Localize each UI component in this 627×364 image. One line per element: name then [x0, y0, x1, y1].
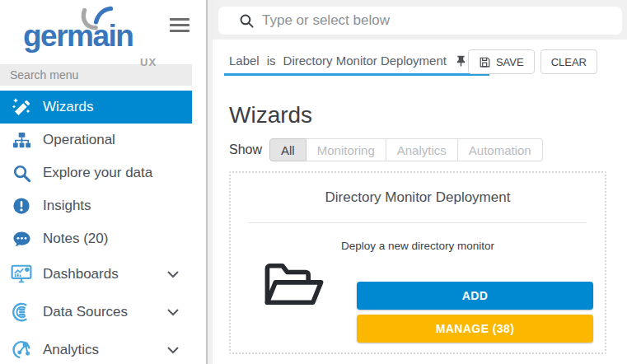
- sidebar-item-wizards[interactable]: Wizards: [0, 91, 192, 124]
- save-button[interactable]: SAVE: [468, 49, 535, 74]
- tab-monitoring[interactable]: Monitoring: [306, 138, 386, 161]
- share-nodes-icon: [11, 339, 32, 361]
- sidebar-item-label: Notes (20): [43, 231, 108, 247]
- filter-operator: is: [267, 54, 276, 68]
- sidebar-item-label: Wizards: [43, 99, 93, 115]
- logo-area: germain UX: [0, 0, 206, 64]
- sidebar-item-label: Explore your data: [43, 165, 152, 181]
- search-icon: [239, 13, 255, 29]
- app-root: germain UX Wizards: [0, 0, 627, 364]
- card-subtitle: Deploy a new directory monitor: [242, 240, 593, 252]
- sidebar-nav: Wizards Operational: [0, 91, 206, 364]
- filter-field: Label: [229, 54, 260, 68]
- monitor-chart-icon: [11, 264, 32, 285]
- clear-button-label: CLEAR: [551, 56, 587, 68]
- filter-bar: Label is Directory Monitor Deployment: [213, 49, 627, 91]
- tab-analytics[interactable]: Analytics: [386, 138, 458, 161]
- top-search-strip: [213, 0, 627, 40]
- filter-chip[interactable]: Label is Directory Monitor Deployment: [224, 51, 489, 76]
- brand-sub: UX: [140, 56, 157, 68]
- save-icon: [479, 56, 491, 68]
- card-divider: [249, 222, 587, 223]
- save-button-label: SAVE: [496, 56, 524, 68]
- sidebar-item-analytics[interactable]: Analytics: [0, 331, 192, 364]
- sidebar-item-label: Insights: [43, 198, 91, 214]
- search-icon: [11, 162, 32, 184]
- chat-bubble-icon: [11, 228, 32, 250]
- chevron-down-icon: [167, 309, 179, 316]
- sitemap-icon: [11, 129, 32, 151]
- sidebar-item-label: Dashboards: [43, 266, 119, 282]
- manage-button[interactable]: MANAGE (38): [357, 315, 593, 343]
- filter-actions: SAVE CLEAR: [462, 49, 597, 74]
- sidebar-item-label: Analytics: [43, 342, 99, 358]
- show-tab-group: All Monitoring Analytics Automation: [269, 138, 543, 161]
- tab-automation[interactable]: Automation: [458, 138, 543, 161]
- main-content: Label is Directory Monitor Deployment: [213, 0, 627, 364]
- sidebar: germain UX Wizards: [0, 0, 206, 364]
- sidebar-item-label: Operational: [43, 132, 115, 148]
- sidebar-item-data-sources[interactable]: Data Sources: [0, 293, 192, 331]
- card-body: ADD MANAGE (38): [242, 262, 593, 343]
- page-title: Wizards: [229, 101, 627, 129]
- logo-swoosh-icon: [74, 2, 122, 37]
- sidebar-item-explore-your-data[interactable]: Explore your data: [0, 156, 192, 189]
- card-buttons: ADD MANAGE (38): [357, 282, 593, 343]
- logo: germain UX: [23, 20, 163, 53]
- chevron-down-icon: [167, 347, 179, 354]
- wizard-card: Directory Monitor Deployment Deploy a ne…: [229, 171, 606, 354]
- alert-circle-icon: [11, 195, 32, 217]
- card-title: Directory Monitor Deployment: [242, 189, 593, 206]
- add-button[interactable]: ADD: [357, 282, 593, 310]
- sidebar-item-operational[interactable]: Operational: [0, 124, 192, 156]
- sidebar-item-notes[interactable]: Notes (20): [0, 222, 192, 255]
- main-search[interactable]: [218, 7, 622, 35]
- sidebar-search-input[interactable]: [0, 64, 192, 86]
- main-search-input[interactable]: [262, 12, 622, 29]
- folder-open-icon: [264, 262, 325, 310]
- menu-toggle-icon[interactable]: [170, 18, 190, 35]
- filter-value: Directory Monitor Deployment: [283, 54, 447, 68]
- show-label: Show: [229, 142, 262, 157]
- sidebar-item-dashboards[interactable]: Dashboards: [0, 255, 192, 293]
- clear-button[interactable]: CLEAR: [540, 49, 597, 74]
- tab-all[interactable]: All: [269, 138, 306, 161]
- show-filter-row: Show All Monitoring Analytics Automation: [229, 138, 627, 161]
- chevron-down-icon: [167, 271, 179, 278]
- sidebar-item-insights[interactable]: Insights: [0, 189, 192, 222]
- database-signal-icon: [11, 301, 32, 323]
- magic-wand-icon: [11, 96, 32, 118]
- sidebar-item-label: Data Sources: [43, 304, 128, 320]
- sidebar-scrollbar[interactable]: [206, 0, 213, 364]
